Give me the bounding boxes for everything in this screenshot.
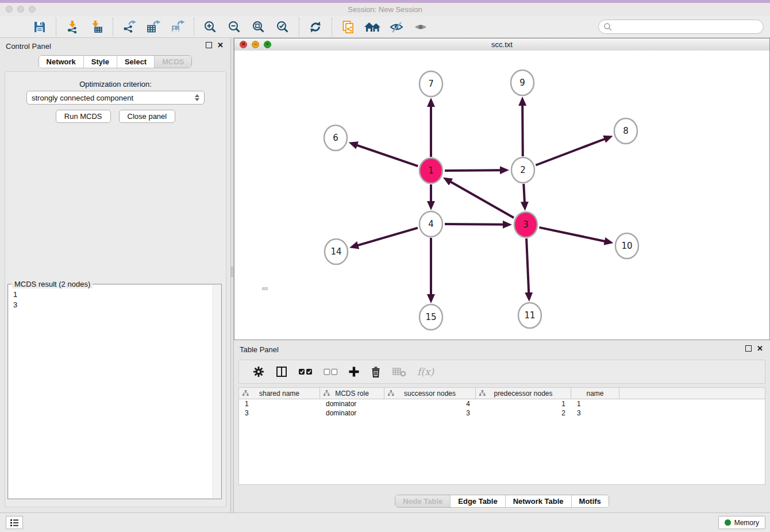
show-graphics-details-button[interactable] [410,17,431,37]
tab-network[interactable]: Network [39,56,83,68]
graph-node-7[interactable]: 7 [419,71,442,97]
network-view-window: ✕ − + scc.txt 1234678910111415 [234,38,770,340]
tab-motifs[interactable]: Motifs [571,495,609,507]
open-session-button[interactable] [5,17,26,37]
table-row[interactable]: 1dominator411 [239,399,765,408]
application-window: { "titlebar": { "title": "Session: New S… [0,0,770,532]
graph-node-4[interactable]: 4 [419,211,442,237]
import-table-button[interactable] [86,17,107,37]
float-panel-icon[interactable] [206,42,212,48]
zoom-selected-button[interactable] [272,17,293,37]
delete-table-button[interactable] [387,361,412,382]
control-panel-title: Control Panel [6,42,51,51]
graph-node-1[interactable]: 1 [419,158,442,183]
mcds-result-area: 13 [9,285,221,498]
graph-node-label: 6 [333,133,338,143]
delete-table-icon [392,366,407,377]
network-graph[interactable]: 1234678910111415 [234,51,769,340]
app-titlebar: Session: New Session [0,3,770,17]
checked-boxes-icon [298,368,313,376]
graph-node-2[interactable]: 2 [511,157,534,183]
zoom-in-button[interactable] [200,17,221,37]
tab-style[interactable]: Style [83,56,117,68]
graph-edge-2-3[interactable] [523,184,525,203]
import-table-icon [90,20,103,34]
network-window-resize-grip[interactable] [262,287,268,290]
graph-edge-2-9[interactable] [522,105,523,156]
toolbar-separator [299,18,299,36]
column-header-label: predecessor nodes [494,390,552,398]
apply-layout-button[interactable] [305,17,326,37]
graph-node-label: 2 [520,165,526,175]
mcds-result-group: 13 MCDS result (2 nodes) [7,284,222,499]
task-history-button[interactable] [6,516,23,529]
graph-node-9[interactable]: 9 [511,70,534,95]
tab-network-table[interactable]: Network Table [505,495,571,507]
graph-edge-1-6[interactable] [356,145,418,166]
go-home-button[interactable] [362,17,383,37]
result-scrollbar[interactable] [213,285,221,498]
tab-select[interactable]: Select [117,56,154,68]
table-body: 1dominator4113dominator323 [239,399,765,418]
table-panel-tabs: Node TableEdge TableNetwork TableMotifs [395,495,609,508]
table-toolbar: f(x) [238,360,765,384]
refresh-icon [309,20,322,34]
graph-node-3[interactable]: 3 [514,212,537,237]
import-network-button[interactable] [62,17,83,37]
close-panel-icon[interactable]: ✕ [217,42,224,48]
graph-edge-1-2[interactable] [445,170,501,171]
tab-mcds[interactable]: MCDS [154,56,191,68]
export-network-button[interactable] [119,17,140,37]
criterion-select[interactable]: strongly connected component [26,91,205,105]
zoom-out-button[interactable] [224,17,245,37]
apply-function-button[interactable]: f(x) [412,361,439,382]
float-table-panel-icon[interactable] [745,345,752,352]
graph-edge-4-3[interactable] [445,224,504,225]
memory-button[interactable]: Memory [718,516,765,529]
split-panel-button[interactable] [270,361,293,382]
graph-edge-3-11[interactable] [526,238,529,294]
graph-node-15[interactable]: 15 [419,304,442,330]
column-header-shared-name[interactable]: shared name [239,388,320,399]
select-all-columns-button[interactable] [293,361,318,382]
graph-node-6[interactable]: 6 [324,125,347,151]
graph-edge-2-8[interactable] [536,139,605,165]
table-row[interactable]: 3dominator323 [239,408,765,418]
deselect-all-columns-button[interactable] [318,361,343,382]
graph-node-14[interactable]: 14 [325,239,348,264]
graph-edge-4-14[interactable] [357,228,418,246]
hide-graphics-details-button[interactable] [386,17,407,37]
search-input[interactable] [613,22,759,32]
open-network-file-button[interactable] [338,17,359,37]
zoom-fit-button[interactable] [248,17,269,37]
graph-node-8[interactable]: 8 [614,118,637,144]
graph-node-10[interactable]: 10 [615,233,638,259]
home-houses-icon [364,20,381,34]
close-panel-button[interactable]: Close panel [119,110,176,123]
tab-edge-table[interactable]: Edge Table [450,495,505,507]
toolbar-separator [332,18,332,36]
create-column-button[interactable] [343,361,365,382]
graph-edge-3-10[interactable] [540,228,606,241]
graph-edge-3-1[interactable] [450,182,514,218]
run-mcds-button[interactable]: Run MCDS [56,110,111,123]
graph-node-11[interactable]: 11 [518,303,541,328]
column-header-successor-nodes[interactable]: successor nodes [384,388,476,399]
column-header-predecessor-nodes[interactable]: predecessor nodes [476,388,571,399]
close-table-panel-icon[interactable]: ✕ [757,345,763,352]
export-table-button[interactable] [143,17,164,37]
network-canvas[interactable]: 1234678910111415 [234,51,769,340]
mcds-panel: Optimization criterion: strongly connect… [5,71,226,507]
search-box[interactable] [598,20,764,34]
mcds-result-list: 13 [9,287,213,498]
column-header-name[interactable]: name [571,388,619,399]
column-header-MCDS-role[interactable]: MCDS role [320,388,384,399]
table-settings-button[interactable] [247,361,270,382]
tab-node-table[interactable]: Node Table [395,495,450,507]
delete-columns-button[interactable] [365,361,387,382]
table-cell: dominator [320,409,384,417]
select-stepper-icon [195,94,199,101]
export-image-button[interactable] [167,17,188,37]
save-session-button[interactable] [29,17,50,37]
splitter-grip[interactable] [231,267,233,277]
